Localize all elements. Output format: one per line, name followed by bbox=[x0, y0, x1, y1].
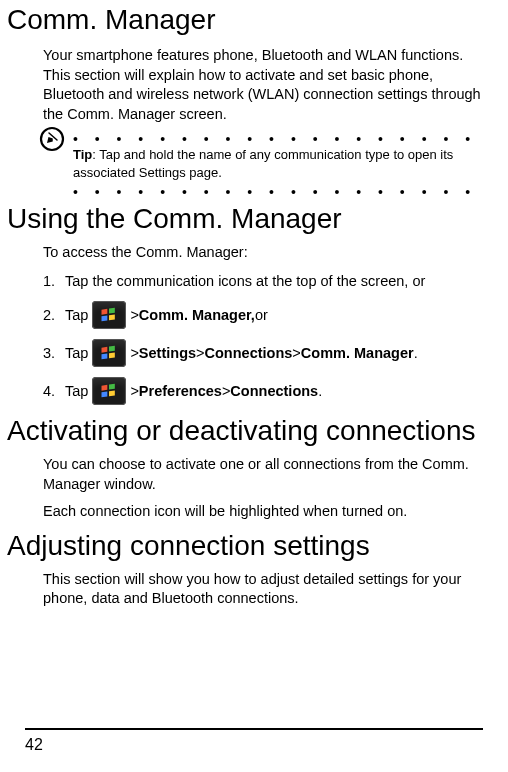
svg-rect-11 bbox=[102, 392, 108, 398]
svg-rect-1 bbox=[102, 309, 108, 315]
windows-start-icon bbox=[92, 301, 126, 329]
adjusting-p: This section will show you how to adjust… bbox=[43, 570, 483, 609]
step-4-preferences: Preferences bbox=[139, 381, 222, 401]
svg-rect-10 bbox=[109, 384, 115, 390]
step-3: Tap > Settings > Connections > Comm. Man… bbox=[43, 339, 483, 367]
tip-body: : Tap and hold the name of any communica… bbox=[73, 147, 453, 180]
svg-rect-7 bbox=[102, 354, 108, 360]
svg-rect-12 bbox=[109, 391, 115, 397]
tip-box: • • • • • • • • • • • • • • • • • • • • … bbox=[43, 132, 483, 197]
step-3-pre: Tap bbox=[65, 343, 88, 363]
step-3-gt3: > bbox=[292, 343, 300, 363]
step-1-text: Tap the communication icons at the top o… bbox=[65, 271, 425, 291]
windows-start-icon bbox=[92, 377, 126, 405]
step-2-pre: Tap bbox=[65, 305, 88, 325]
step-4-gt1: > bbox=[130, 381, 138, 401]
tip-text: Tip: Tap and hold the name of any commun… bbox=[43, 144, 483, 185]
step-3-settings: Settings bbox=[139, 343, 196, 363]
activating-p1: You can choose to activate one or all co… bbox=[43, 455, 483, 494]
activating-p2: Each connection icon will be highlighted… bbox=[43, 502, 483, 522]
svg-rect-4 bbox=[109, 315, 115, 321]
step-2-bold: Comm. Manager, bbox=[139, 305, 255, 325]
step-4-connections: Connections bbox=[230, 381, 318, 401]
windows-start-icon bbox=[92, 339, 126, 367]
step-4-pre: Tap bbox=[65, 381, 88, 401]
step-2-gt: > bbox=[130, 305, 138, 325]
heading-activating: Activating or deactivating connections bbox=[5, 415, 483, 447]
step-4: Tap > Preferences > Connections. bbox=[43, 377, 483, 405]
step-3-gt2: > bbox=[196, 343, 204, 363]
svg-rect-3 bbox=[102, 316, 108, 322]
dotted-border-bottom: • • • • • • • • • • • • • • • • • • • • … bbox=[43, 185, 483, 197]
intro-paragraph: Your smartphone features phone, Bluetoot… bbox=[43, 46, 483, 124]
svg-rect-2 bbox=[109, 308, 115, 314]
svg-rect-8 bbox=[109, 353, 115, 359]
step-2: Tap > Comm. Manager, or bbox=[43, 301, 483, 329]
step-3-gt1: > bbox=[130, 343, 138, 363]
step-4-gt2: > bbox=[222, 381, 230, 401]
tip-lightbulb-icon bbox=[39, 126, 65, 152]
tip-label: Tip bbox=[73, 147, 92, 162]
step-4-period: . bbox=[318, 381, 322, 401]
step-2-tail: or bbox=[255, 305, 268, 325]
steps-list: Tap the communication icons at the top o… bbox=[43, 271, 483, 405]
step-3-comm-manager: Comm. Manager bbox=[301, 343, 414, 363]
step-3-connections: Connections bbox=[205, 343, 293, 363]
access-intro: To access the Comm. Manager: bbox=[43, 243, 483, 263]
heading-adjusting: Adjusting connection settings bbox=[5, 530, 483, 562]
page-footer: 42 bbox=[25, 728, 483, 754]
step-1: Tap the communication icons at the top o… bbox=[43, 271, 483, 291]
heading-comm-manager: Comm. Manager bbox=[5, 4, 483, 36]
footer-rule bbox=[25, 728, 483, 730]
svg-rect-9 bbox=[102, 385, 108, 391]
heading-using-comm-manager: Using the Comm. Manager bbox=[5, 203, 483, 235]
step-3-period: . bbox=[414, 343, 418, 363]
page-number: 42 bbox=[25, 736, 483, 754]
svg-rect-6 bbox=[109, 346, 115, 352]
svg-rect-5 bbox=[102, 347, 108, 353]
dotted-border-top: • • • • • • • • • • • • • • • • • • • • … bbox=[43, 132, 483, 144]
